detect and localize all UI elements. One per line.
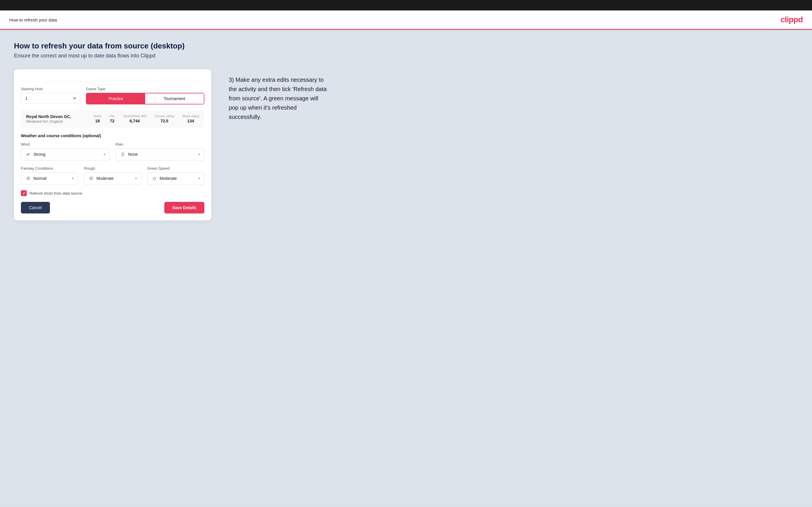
rain-chevron-icon: ▾: [198, 153, 200, 156]
game-type-group: Game Type Practice Tournament: [86, 87, 204, 104]
rain-dropdown-left: None: [120, 152, 138, 157]
rough-value: Moderate: [96, 176, 113, 181]
wind-value: Strong: [33, 152, 45, 157]
page-heading: How to refresh your data from source (de…: [14, 42, 798, 51]
wind-chevron-icon: ▾: [104, 153, 105, 156]
fairway-chevron-icon: ▾: [72, 177, 74, 180]
fairway-dropdown[interactable]: Normal ▾: [21, 172, 78, 184]
rough-label: Rough: [84, 166, 141, 171]
par-label: Par: [110, 114, 115, 118]
wind-dropdown-left: Strong: [25, 152, 45, 157]
starting-hole-label: Starting Hole: [21, 87, 80, 91]
save-button[interactable]: Save Details: [164, 202, 205, 214]
fairway-rough-green-row: Fairway Conditions Normal: [21, 166, 204, 184]
header: How to refresh your data clippd: [0, 10, 812, 30]
slope-rating-value: 134: [187, 119, 194, 123]
green-speed-group: Green Speed Moderate: [147, 166, 204, 184]
conditions-title: Weather and course conditions (optional): [21, 133, 204, 138]
wind-label: Wind: [21, 142, 110, 147]
refresh-checkbox[interactable]: [21, 190, 27, 196]
course-rating-label: Course rating: [155, 114, 174, 118]
course-name-location: Royal North Devon GC, Westward Ho!, Engl…: [26, 114, 71, 123]
form-card: Starting Hole 1 10 Game Type Practice To…: [14, 69, 211, 220]
footer: Copyright Clippd 2022: [0, 506, 812, 507]
rain-label: Rain: [115, 142, 204, 147]
page-subheading: Ensure the correct and most up to date d…: [14, 53, 798, 59]
rain-value: None: [128, 152, 138, 157]
holes-value: 18: [95, 119, 100, 123]
starting-hole-select[interactable]: 1 10: [21, 93, 80, 104]
fairway-group: Fairway Conditions Normal: [21, 166, 78, 184]
side-description: 3) Make any extra edits necessary to the…: [229, 75, 327, 121]
button-row: Cancel Save Details: [21, 202, 204, 214]
yards-value: 6,744: [130, 119, 140, 123]
green-speed-value: Moderate: [160, 176, 177, 181]
starting-hole-group: Starting Hole 1 10: [21, 87, 80, 104]
main-content: How to refresh your data from source (de…: [0, 30, 812, 506]
tournament-button[interactable]: Tournament: [145, 94, 204, 104]
refresh-checkbox-row: Refresh shots from data source: [21, 190, 204, 196]
yards-label: Yards/White (M)): [123, 114, 147, 118]
starting-hole-game-type-row: Starting Hole 1 10 Game Type Practice To…: [21, 87, 204, 104]
course-info: Royal North Devon GC, Westward Ho!, Engl…: [21, 110, 204, 128]
slope-rating-label: Slope rating: [182, 114, 199, 118]
game-type-buttons: Practice Tournament: [86, 93, 204, 104]
green-speed-dropdown[interactable]: Moderate ▾: [147, 172, 204, 184]
wind-dropdown[interactable]: Strong ▾: [21, 148, 110, 160]
green-speed-icon: [152, 175, 157, 181]
content-row: Starting Hole 1 10 Game Type Practice To…: [14, 69, 798, 220]
fairway-dropdown-left: Normal: [25, 175, 46, 181]
side-text: 3) Make any extra edits necessary to the…: [229, 69, 327, 121]
rough-chevron-icon: ▾: [135, 177, 137, 180]
fairway-label: Fairway Conditions: [21, 166, 78, 171]
yards-stat: Yards/White (M)) 6,744: [123, 114, 147, 123]
holes-stat: Holes 18: [94, 114, 102, 123]
holes-label: Holes: [94, 114, 102, 118]
refresh-label: Refresh shots from data source: [30, 191, 82, 195]
green-speed-chevron-icon: ▾: [198, 177, 200, 180]
fairway-value: Normal: [33, 176, 46, 181]
rough-dropdown-left: Moderate: [88, 175, 113, 181]
course-location: Westward Ho!, England: [26, 119, 71, 123]
rain-dropdown[interactable]: None ▾: [115, 148, 204, 160]
course-name: Royal North Devon GC,: [26, 114, 71, 119]
green-speed-label: Green Speed: [147, 166, 204, 171]
wind-group: Wind Strong ▾: [21, 142, 110, 160]
logo: clippd: [781, 15, 803, 24]
header-title: How to refresh your data: [9, 17, 57, 22]
rough-icon: [88, 175, 94, 181]
course-rating-stat: Course rating 72.5: [155, 114, 174, 123]
rough-dropdown[interactable]: Moderate ▾: [84, 172, 141, 184]
course-rating-value: 72.5: [160, 119, 168, 123]
wind-rain-row: Wind Strong ▾: [21, 142, 204, 160]
wind-icon: [25, 152, 31, 157]
rain-icon: [120, 152, 126, 157]
top-bar: [0, 0, 812, 10]
course-info-header: Royal North Devon GC, Westward Ho!, Engl…: [26, 114, 199, 123]
rough-group: Rough Moderate: [84, 166, 141, 184]
game-type-label: Game Type: [86, 87, 204, 91]
course-stats: Holes 18 Par 72 Yards/White (M)) 6,744: [94, 114, 199, 123]
green-speed-dropdown-left: Moderate: [152, 175, 177, 181]
conditions-section: Weather and course conditions (optional)…: [21, 133, 204, 184]
practice-button[interactable]: Practice: [87, 94, 145, 104]
svg-point-0: [122, 153, 124, 155]
slope-rating-stat: Slope rating 134: [182, 114, 199, 123]
fairway-icon: [25, 175, 31, 181]
truncated-top: [21, 76, 204, 82]
rain-group: Rain None ▾: [115, 142, 204, 160]
par-stat: Par 72: [110, 114, 115, 123]
par-value: 72: [110, 119, 115, 123]
cancel-button[interactable]: Cancel: [21, 202, 50, 214]
